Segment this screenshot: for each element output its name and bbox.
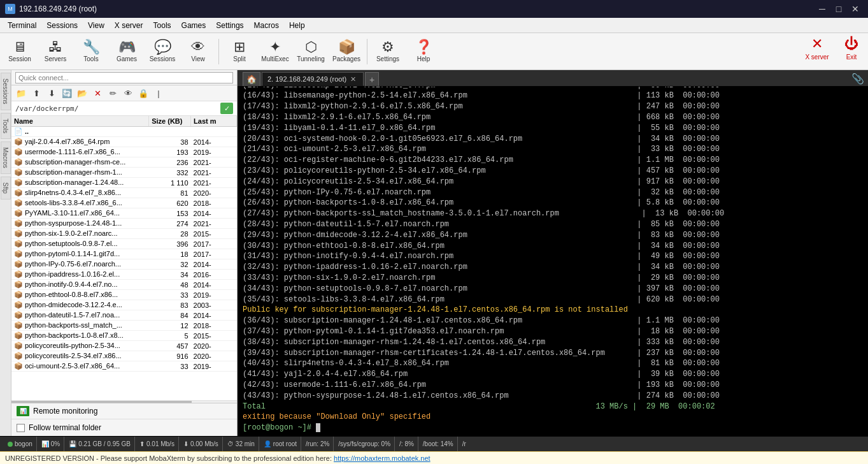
- toolbar-sessions2-button[interactable]: 💬 Sessions: [145, 35, 180, 68]
- file-table-row[interactable]: 📦python-backports-1.0-8.el7.x8... 5 2015…: [11, 331, 237, 341]
- window-controls: ─ □ ✕: [815, 3, 863, 15]
- toolbar-help-button[interactable]: ❓ Help: [406, 35, 441, 68]
- minimize-button[interactable]: ─: [815, 3, 830, 15]
- packages-label: Packages: [332, 55, 360, 62]
- col-header-name[interactable]: Name: [11, 116, 149, 127]
- file-table-row[interactable]: 📦policycoreutils-2.5-34.el7.x86... 916 2…: [11, 351, 237, 361]
- fp-upload-icon[interactable]: ⬆: [29, 87, 43, 99]
- toolbar-split-button[interactable]: ⊞ Split: [222, 35, 257, 68]
- quick-connect-bar: [11, 70, 237, 85]
- file-table-row[interactable]: 📦oci-umount-2.5-3.el7.x86_64... 33 2019-: [11, 361, 237, 372]
- remote-monitor-button[interactable]: 📊 Remote monitoring: [11, 403, 237, 419]
- sidebar-tab-sftp[interactable]: Sftp: [1, 177, 11, 199]
- file-table[interactable]: Name Size (KB) Last m 📄.. 📦yajl-2.0.4-4.…: [11, 116, 237, 400]
- terminal-output[interactable]: (13/43): libcgroup-0.41-21.el7.x86_64.rp…: [238, 87, 868, 436]
- toolbar-settings-button[interactable]: ⚙ Settings: [371, 35, 405, 68]
- fp-rename-icon[interactable]: ✏: [106, 87, 120, 99]
- terminal-main-tab[interactable]: 2. 192.168.249.249 (root) ✕: [262, 72, 364, 86]
- toolbar-tunneling-button[interactable]: ⬡ Tunneling: [294, 35, 328, 68]
- split-icon: ⊞: [234, 40, 245, 54]
- download-icon: ⬇: [183, 440, 189, 447]
- toolbar-view-button[interactable]: 👁 View: [181, 35, 215, 68]
- menu-macros[interactable]: Macros: [249, 20, 284, 31]
- col-header-date[interactable]: Last m: [191, 116, 237, 127]
- file-size-cell: 33: [149, 290, 191, 300]
- sidebar-tab-macros[interactable]: Macros: [1, 141, 11, 174]
- status-boot-text: /boot: 14%: [423, 440, 453, 447]
- file-table-row[interactable]: 📦slirp4netns-0.4.3-4.el7_8.x86... 81 202…: [11, 188, 237, 198]
- exit-button[interactable]: ⏻ Exit: [837, 35, 865, 68]
- fp-delete-icon[interactable]: ✕: [90, 87, 104, 99]
- file-table-row[interactable]: 📦setools-libs-3.3.8-4.el7.x86_6... 620 2…: [11, 198, 237, 208]
- file-table-row[interactable]: 📦python-pytoml-0.1.14-1.git7d... 18 2017…: [11, 249, 237, 259]
- file-name-cell: 📦subscription-manager-1.24.48...: [11, 178, 149, 188]
- close-button[interactable]: ✕: [848, 3, 863, 15]
- col-header-size[interactable]: Size (KB): [149, 116, 191, 127]
- file-table-row[interactable]: 📦python-inotify-0.9.4-4.el7.no... 48 201…: [11, 280, 237, 290]
- xserver-button[interactable]: ✕ X server: [798, 35, 836, 68]
- file-table-row[interactable]: 📦python-dmidecode-3.12.2-4.e... 83 2003-: [11, 300, 237, 310]
- menu-terminal[interactable]: Terminal: [3, 20, 41, 31]
- file-table-row[interactable]: 📦usermode-1.111-6.el7.x86_6... 193 2019-: [11, 147, 237, 157]
- toolbar-tools-button[interactable]: 🔧 Tools: [74, 35, 108, 68]
- file-size-cell: 620: [149, 198, 191, 208]
- file-table-row[interactable]: 📦python-setuptools-0.9.8-7.el... 396 201…: [11, 239, 237, 249]
- file-table-row[interactable]: 📦python-IPy-0.75-6.el7.noarch... 32 2014…: [11, 259, 237, 270]
- fp-newfolder-icon[interactable]: 📂: [75, 87, 89, 99]
- menu-tools[interactable]: Tools: [148, 20, 176, 31]
- terminal-line: (18/43): libxml2-2.9.1-6.el7.5.x86_64.rp…: [243, 112, 863, 123]
- file-date-cell: 2020-: [191, 351, 237, 361]
- toolbar-multiexec-button[interactable]: ✦ MultiExec: [258, 35, 292, 68]
- path-ok-button[interactable]: ✓: [220, 103, 233, 114]
- menu-sessions[interactable]: Sessions: [41, 20, 83, 31]
- fp-refresh-icon[interactable]: 🔄: [60, 87, 74, 99]
- menu-help[interactable]: Help: [284, 20, 310, 31]
- terminal-line: (26/43): python-backports-1.0-8.el7.x86_…: [243, 198, 863, 208]
- file-table-row[interactable]: 📦python-ipaddress-1.0.16-2.el... 34 2016…: [11, 270, 237, 280]
- toolbar-session-button[interactable]: 🖥 Session: [3, 35, 37, 68]
- toolbar-packages-button[interactable]: 📦 Packages: [329, 35, 364, 68]
- servers-icon: 🖧: [48, 40, 62, 54]
- file-table-row[interactable]: 📦python-backports-ssl_match_... 12 2018-: [11, 321, 237, 331]
- terminal-add-tab[interactable]: +: [365, 72, 379, 86]
- file-size-cell: 33: [149, 361, 191, 372]
- file-table-row[interactable]: 📦yajl-2.0.4-4.el7.x86_64.rpm 38 2014-: [11, 137, 237, 147]
- file-name-cell: 📦python-ethtool-0.8-8.el7.x86...: [11, 290, 149, 300]
- attach-icon[interactable]: 📎: [848, 71, 868, 86]
- status-boot: /boot: 14%: [419, 437, 458, 451]
- file-date-cell: 2014-: [191, 259, 237, 270]
- fp-download-icon[interactable]: ⬇: [45, 87, 59, 99]
- file-name-cell: 📦PyYAML-3.10-11.el7.x86_64...: [11, 208, 149, 219]
- file-table-row[interactable]: 📦subscription-manager-1.24.48... 1 110 2…: [11, 178, 237, 188]
- toolbar-games-button[interactable]: 🎮 Games: [110, 35, 144, 68]
- unreg-link[interactable]: https://mobaxterm.mobatek.net: [334, 454, 430, 462]
- menu-view[interactable]: View: [83, 20, 110, 31]
- terminal-home-tab[interactable]: 🏠: [243, 72, 260, 86]
- fp-separator: |: [152, 87, 166, 99]
- status-cpu: 📊 0%: [38, 437, 64, 451]
- file-table-row[interactable]: 📦subscription-manager-rhsm-1... 332 2021…: [11, 168, 237, 178]
- file-table-row[interactable]: 📦python-ethtool-0.8-8.el7.x86... 33 2019…: [11, 290, 237, 300]
- sessions2-icon: 💬: [154, 40, 171, 54]
- file-table-row[interactable]: 📦policycoreutils-python-2.5-34... 457 20…: [11, 341, 237, 351]
- maximize-button[interactable]: □: [831, 3, 846, 15]
- fp-folder-icon[interactable]: 📁: [14, 87, 28, 99]
- toolbar-servers-button[interactable]: 🖧 Servers: [38, 35, 73, 68]
- fp-permissions-icon[interactable]: 🔒: [136, 87, 150, 99]
- menu-xserver[interactable]: X server: [110, 20, 148, 31]
- terminal-tab-close[interactable]: ✕: [350, 75, 356, 83]
- file-table-row[interactable]: 📦PyYAML-3.10-11.el7.x86_64... 153 2014-: [11, 208, 237, 219]
- file-size-cell: 34: [149, 270, 191, 280]
- file-table-row[interactable]: 📦subscription-manager-rhsm-ce... 236 202…: [11, 157, 237, 168]
- sidebar-tab-sessions[interactable]: Sessions: [1, 73, 11, 110]
- menu-games[interactable]: Games: [176, 20, 211, 31]
- follow-folder-checkbox[interactable]: [17, 424, 25, 432]
- quick-connect-input[interactable]: [15, 72, 233, 83]
- sidebar-tab-tools[interactable]: Tools: [1, 113, 11, 139]
- file-table-row[interactable]: 📦python-dateutil-1.5-7.el7.noa... 84 201…: [11, 310, 237, 321]
- file-table-row[interactable]: 📄..: [11, 127, 237, 137]
- fp-hidden-icon[interactable]: 👁: [121, 87, 135, 99]
- menu-settings[interactable]: Settings: [211, 20, 248, 31]
- file-table-row[interactable]: 📦python-syspurpose-1.24.48-1... 274 2021…: [11, 219, 237, 229]
- file-table-row[interactable]: 📦python-six-1.9.0-2.el7.noarc... 28 2015…: [11, 229, 237, 239]
